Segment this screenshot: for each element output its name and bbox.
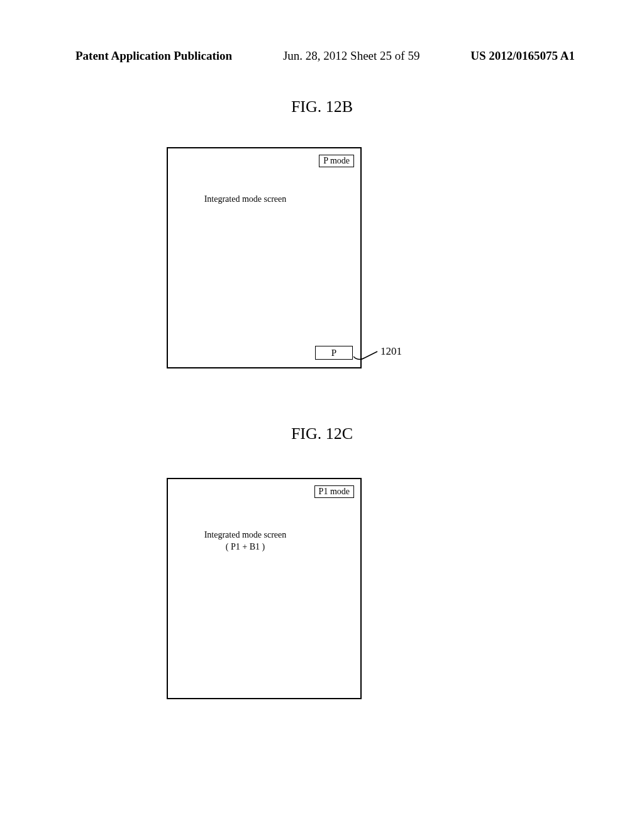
screen-label-12b: Integrated mode screen [168,194,360,206]
publication-number: US 2012/0165075 A1 [470,49,575,63]
mode-indicator-12c: P1 mode [314,485,354,498]
publication-type: Patent Application Publication [75,49,232,63]
mode-indicator-12b: P mode [319,155,354,167]
screen-label-12c-line2: ( P1 + B1 ) [226,542,265,551]
p-button-12b: P [315,346,353,360]
figure-title-12c: FIG. 12C [0,424,644,443]
page-header: Patent Application Publication Jun. 28, … [0,49,644,63]
screen-12b: P mode Integrated mode screen P [167,147,362,368]
screen-label-12c-line1: Integrated mode screen [204,530,287,540]
reference-numeral-1201: 1201 [380,345,402,358]
date-and-sheet: Jun. 28, 2012 Sheet 25 of 59 [283,49,419,63]
screen-12c: P1 mode Integrated mode screen ( P1 + B1… [167,478,362,699]
screen-label-12c: Integrated mode screen ( P1 + B1 ) [168,529,360,553]
figure-title-12b: FIG. 12B [0,97,644,116]
